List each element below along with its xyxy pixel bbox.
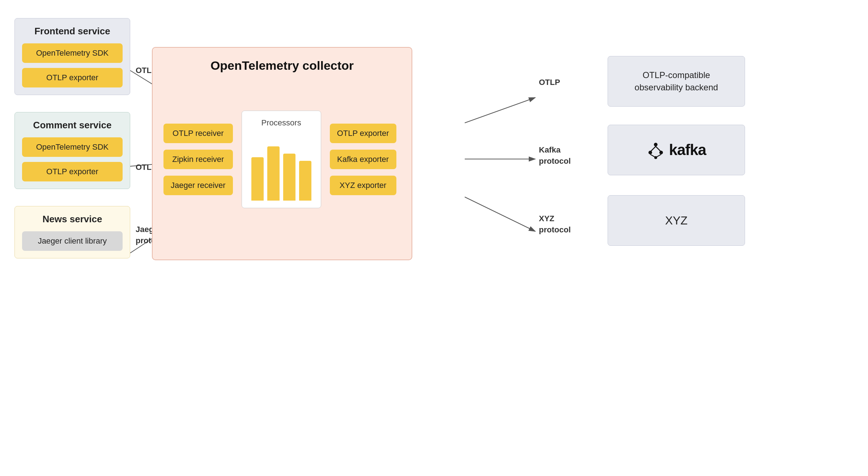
otlp-out-label: OTLP: [539, 78, 560, 87]
bar-1: [251, 157, 264, 201]
processors-box: Processors: [242, 111, 321, 208]
svg-point-20: [654, 156, 657, 159]
otlp-backend-label: OTLP-compatibleobservability backend: [635, 69, 718, 93]
xyz-exporter: XYZ exporter: [330, 176, 396, 195]
news-service-title: News service: [22, 214, 123, 225]
kafka-backend-box: kafka: [608, 125, 745, 175]
collector-box: OpenTelemetry collector OTLP receiver Zi…: [152, 47, 412, 260]
svg-line-10: [465, 98, 535, 123]
exporters-col: OTLP exporter Kafka exporter XYZ exporte…: [330, 124, 396, 195]
svg-line-19: [657, 154, 661, 157]
comment-service-title: Comment service: [22, 120, 123, 131]
zipkin-receiver: Zipkin receiver: [163, 150, 233, 169]
frontend-service-title: Frontend service: [22, 26, 123, 37]
comment-exporter-pill: OTLP exporter: [22, 162, 123, 181]
frontend-sdk-pill: OpenTelemetry SDK: [22, 43, 123, 63]
svg-line-18: [650, 154, 655, 157]
receivers-col: OTLP receiver Zipkin receiver Jaeger rec…: [163, 124, 233, 195]
news-service-box: News service Jaeger client library: [14, 206, 130, 258]
frontend-service-box: Frontend service OpenTelemetry SDK OTLP …: [14, 18, 130, 95]
svg-line-17: [656, 146, 660, 151]
collector-title: OpenTelemetry collector: [163, 59, 401, 73]
svg-point-13: [654, 143, 658, 146]
svg-line-12: [465, 197, 535, 231]
processors-label: Processors: [261, 118, 301, 128]
collector-inner: OTLP receiver Zipkin receiver Jaeger rec…: [163, 83, 401, 235]
news-library-pill: Jaeger client library: [22, 231, 123, 251]
processors-bars: [251, 136, 311, 201]
otlp-receiver: OTLP receiver: [163, 124, 233, 143]
comment-sdk-pill: OpenTelemetry SDK: [22, 137, 123, 157]
xyz-protocol-label: XYZprotocol: [539, 213, 571, 236]
kafka-logo: kafka: [647, 141, 706, 159]
frontend-exporter-pill: OTLP exporter: [22, 68, 123, 87]
kafka-protocol-label: Kafkaprotocol: [539, 145, 571, 167]
bar-4: [299, 161, 311, 201]
kafka-icon: [647, 141, 665, 159]
otlp-backend-box: OTLP-compatibleobservability backend: [608, 56, 745, 107]
bar-2: [267, 146, 280, 201]
comment-service-box: Comment service OpenTelemetry SDK OTLP e…: [14, 112, 130, 189]
svg-line-16: [651, 146, 656, 151]
otlp-exporter: OTLP exporter: [330, 124, 396, 143]
xyz-label: XYZ: [665, 213, 688, 229]
svg-point-14: [648, 151, 652, 154]
jaeger-receiver: Jaeger receiver: [163, 176, 233, 195]
svg-point-15: [659, 151, 663, 154]
xyz-backend-box: XYZ: [608, 195, 745, 246]
kafka-exporter: Kafka exporter: [330, 150, 396, 169]
diagram-container: Frontend service OpenTelemetry SDK OTLP …: [0, 0, 868, 476]
kafka-label: kafka: [669, 141, 706, 159]
bar-3: [283, 154, 295, 201]
